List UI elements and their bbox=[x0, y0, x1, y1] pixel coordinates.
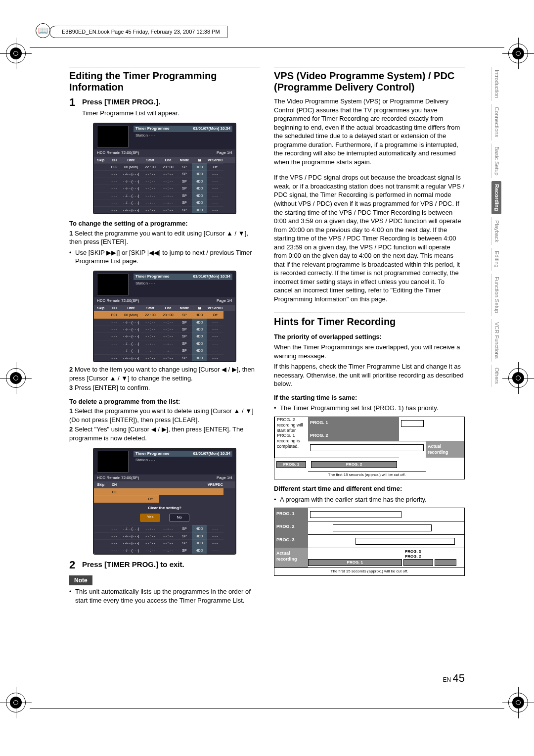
tp-preview-icon bbox=[97, 451, 129, 472]
tab-basic-setup[interactable]: Basic Setup bbox=[491, 143, 501, 179]
tp-row: - - -- -/- - (- - -)- - : - -- - : - -SP… bbox=[94, 340, 235, 347]
tp-header-row: SkipCHDateStartEndMode🖭VPS/PDC bbox=[94, 157, 235, 163]
change-step-bullet: Use [SKIP ▶▶|] or [SKIP |◀◀] to jump to … bbox=[69, 248, 260, 266]
tp-station-label: Station bbox=[135, 133, 148, 138]
tp-page: Page 1/4 bbox=[217, 150, 232, 156]
tp-preview-icon bbox=[97, 274, 129, 295]
tp-preview-icon bbox=[97, 126, 129, 147]
note-body: This unit automatically lists up the pro… bbox=[69, 587, 260, 605]
timer-programme-screenshot-3: Timer Programme01/01/07(Mon) 10:34 Stati… bbox=[93, 448, 236, 555]
delete-step-1: 1Select the programme you want to delete… bbox=[69, 407, 260, 424]
heading-editing: Editing the Timer Programming Informatio… bbox=[69, 67, 260, 93]
tab-others[interactable]: Others bbox=[491, 365, 501, 387]
crop-rule-top bbox=[30, 47, 504, 48]
step-1-body: Timer Programme List will appear. bbox=[82, 109, 179, 118]
tab-playback[interactable]: Playback bbox=[491, 217, 501, 245]
pd-footer: The first 15 seconds (approx.) will be c… bbox=[308, 471, 426, 479]
tab-connections[interactable]: Connections bbox=[491, 104, 501, 140]
tp-hdd-remain: HDD Remain 72:00(SP) bbox=[97, 150, 139, 156]
pd-label-prog3: PROG. 3 bbox=[274, 534, 308, 548]
pd-footer: The first 15 seconds (approx.) will be c… bbox=[274, 567, 464, 575]
pd-label-prog2: PROG. 2 bbox=[274, 521, 308, 534]
heading-hints: Hints for Timer Recording bbox=[274, 313, 465, 328]
pd-label-actual: Actual recording bbox=[426, 441, 464, 458]
crop-rule-bottom bbox=[30, 708, 504, 709]
tab-editing[interactable]: Editing bbox=[491, 248, 501, 271]
pd-label-actual: Actual recording bbox=[274, 548, 308, 567]
move-step-3: 3Press [ENTER] to confirm. bbox=[69, 383, 260, 392]
priority-heading: The priority of overlapped settings: bbox=[274, 332, 465, 341]
vps-body-2: If the VPS / PDC signal drops out becaus… bbox=[274, 173, 465, 303]
book-icon: 📖 bbox=[36, 23, 50, 38]
diff-bullet: A program with the earlier start time ha… bbox=[274, 495, 465, 504]
pd-side-note: PROG. 2 recording will start after PROG.… bbox=[274, 417, 308, 458]
priority-diagram-2: PROG. 1 PROG. 2 PROG. 3 Actual recording… bbox=[274, 508, 465, 576]
heading-vps: VPS (Video Programme System) / PDC (Prog… bbox=[274, 67, 465, 93]
pd-label-prog1: PROG. 1 bbox=[274, 508, 308, 521]
tab-function-setup[interactable]: Function Setup bbox=[491, 274, 501, 316]
tp-station-value: - - - bbox=[149, 133, 155, 138]
left-column: Editing the Timer Programming Informatio… bbox=[69, 67, 260, 682]
tp-title: Timer Programme bbox=[135, 126, 169, 132]
note-label: Note bbox=[69, 575, 92, 585]
timer-programme-screenshot-1: Timer Programme01/01/07(Mon) 10:34 Stati… bbox=[93, 123, 236, 214]
tp-row: - - -- -/- - (- - -)- - : - -- - : - -SP… bbox=[94, 347, 235, 354]
tp-row: - - -- -/- - (- - -)- - : - -- - : - -SP… bbox=[94, 332, 235, 339]
if-same-heading: If the starting time is same: bbox=[274, 393, 465, 402]
crop-mark-left bbox=[5, 367, 27, 389]
tp-row: - - -- -/- - (- - -)- - : - -- - : - -SP… bbox=[94, 326, 235, 332]
tp-row: - - -- -/- - (- - -)- - : - -- - : - -SP… bbox=[94, 319, 235, 326]
tp-row: - - -- -/- - (- - -)- - : - -- - : - -SP… bbox=[94, 525, 235, 532]
sub-change-heading: To change the setting of a programme: bbox=[69, 219, 260, 228]
priority-body-2: If this happens, check the Timer Program… bbox=[274, 362, 465, 388]
diff-heading: Different start time and different end t… bbox=[274, 484, 465, 493]
book-info: E3B90ED_EN.book Page 45 Friday, February… bbox=[49, 26, 227, 38]
tp-header-row: SkipCHDateStartEndMode🖭VPS/PDC bbox=[94, 305, 235, 311]
yes-button: Yes bbox=[140, 514, 160, 522]
pd-label-prog2: PROG. 2 bbox=[308, 430, 399, 441]
timer-programme-screenshot-2: Timer Programme01/01/07(Mon) 10:34 Stati… bbox=[93, 271, 236, 362]
if-same-bullet: The Timer Programming set first (PROG. 1… bbox=[274, 404, 465, 413]
tp-row: - - -- -/- - (- - -)- - : - -- - : - -SP… bbox=[94, 354, 235, 361]
crop-mark-bl bbox=[5, 692, 27, 713]
change-step-1: 1Select the programme you want to edit u… bbox=[69, 229, 260, 246]
tab-recording[interactable]: Recording bbox=[491, 181, 501, 214]
section-tabs: Introduction Connections Basic Setup Rec… bbox=[491, 67, 501, 387]
tp-row: - - -- -/- - (- - -)- - : - -- - : - -SP… bbox=[94, 547, 235, 554]
move-step-2: 2Move to the item you want to change usi… bbox=[69, 365, 260, 382]
step-1-label: Press [TIMER PROG.]. bbox=[82, 97, 179, 107]
clear-dialog: Clear the setting? Yes No bbox=[94, 503, 235, 525]
tp-row: - - -- -/- - (- - -)- - : - -- - : - -SP… bbox=[94, 170, 235, 177]
no-button: No bbox=[169, 514, 189, 522]
pd-label-prog1: PROG. 1 bbox=[308, 417, 399, 430]
tp-row: - - -- -/- - (- - -)- - : - -- - : - -SP… bbox=[94, 206, 235, 213]
tp-row: - - -- -/- - (- - -)- - : - -- - : - -SP… bbox=[94, 539, 235, 546]
sub-delete-heading: To delete a programme from the list: bbox=[69, 397, 260, 406]
tab-introduction[interactable]: Introduction bbox=[491, 67, 501, 101]
tp-row: - - -- -/- - (- - -)- - : - -- - : - -SP… bbox=[94, 199, 235, 206]
tp-row: P0206 (Mon)22 : 0023 : 00SPHDDOff bbox=[94, 163, 235, 170]
clear-question: Clear the setting? bbox=[94, 506, 235, 511]
tab-vcr-functions[interactable]: VCR Functions bbox=[491, 319, 501, 362]
tp-datetime: 01/01/07(Mon) 10:34 bbox=[193, 126, 230, 132]
delete-step-2: 2Select "Yes" using [Cursor ◀ / ▶], then… bbox=[69, 425, 260, 442]
tp-row: - - -- -/- - (- - -)- - : - -- - : - -SP… bbox=[94, 532, 235, 539]
crop-mark-tl bbox=[5, 43, 27, 64]
tp-header-row: SkipCHVPS/PDC bbox=[94, 481, 235, 488]
vps-body-1: The Video Programme System (VPS) or Prog… bbox=[274, 97, 465, 166]
page-number: EN 45 bbox=[443, 671, 465, 686]
tp-row: - - -- -/- - (- - -)- - : - -- - : - -SP… bbox=[94, 185, 235, 191]
tp-row-selected: P0106 (Mon)22 : 0023 : 00SPHDDOff bbox=[94, 311, 235, 318]
tp-row: - - -- -/- - (- - -)- - : - -- - : - -SP… bbox=[94, 192, 235, 199]
step-2-number: 2 bbox=[69, 560, 78, 570]
crop-mark-right bbox=[507, 367, 529, 389]
priority-body-1: When the Timer Programmings are overlapp… bbox=[274, 343, 465, 360]
tp-row: - - -- -/- - (- - -)- - : - -- - : - -SP… bbox=[94, 178, 235, 185]
step-2-label: Press [TIMER PROG.] to exit. bbox=[82, 560, 184, 570]
tp-row-selected: P0Off bbox=[94, 488, 235, 503]
right-column: VPS (Video Programme System) / PDC (Prog… bbox=[274, 67, 465, 682]
step-1-number: 1 bbox=[69, 97, 78, 118]
crop-mark-tr bbox=[507, 43, 529, 64]
priority-diagram-1: PROG. 1 PROG. 2 recording will start aft… bbox=[274, 417, 465, 479]
crop-mark-br bbox=[507, 692, 529, 713]
